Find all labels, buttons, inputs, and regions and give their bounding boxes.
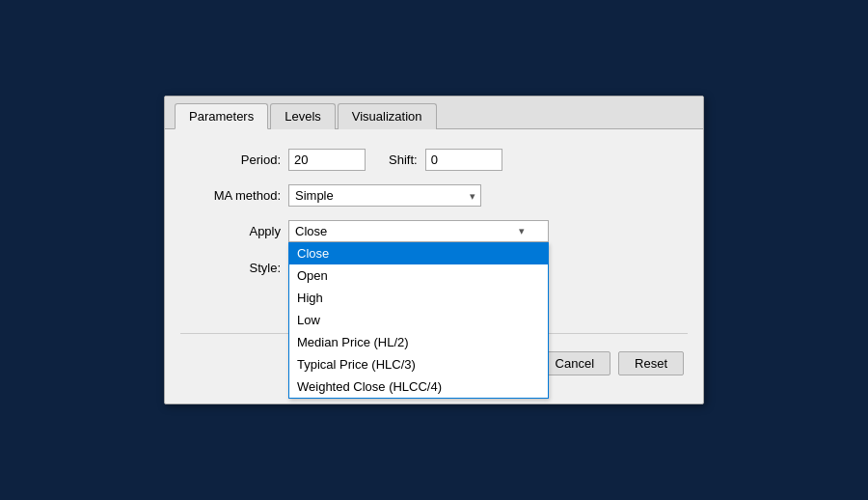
apply-option-low[interactable]: Low	[289, 309, 548, 331]
period-row: Period: Shift:	[184, 149, 684, 171]
apply-option-weighted[interactable]: Weighted Close (HLCC/4)	[289, 375, 548, 398]
ma-method-label: MA method:	[184, 188, 281, 203]
parameters-dialog: Parameters Levels Visualization Period: …	[164, 96, 704, 404]
apply-option-open[interactable]: Open	[289, 264, 548, 287]
apply-dropdown-chevron: ▾	[519, 225, 525, 237]
apply-option-median[interactable]: Median Price (HL/2)	[289, 331, 548, 353]
shift-label: Shift:	[389, 153, 418, 167]
parameters-content: Period: Shift: MA method: Simple Apply C…	[165, 129, 703, 325]
ma-method-select-wrapper: Simple	[288, 184, 481, 207]
period-label: Period:	[184, 153, 281, 167]
apply-option-close[interactable]: Close	[289, 242, 548, 264]
ma-method-select[interactable]: Simple	[288, 184, 481, 207]
apply-label: Apply	[184, 220, 281, 238]
style-label: Style:	[184, 261, 281, 275]
apply-dropdown-container: Close ▾ Close Open High Low Median Price…	[288, 220, 549, 242]
apply-row: Apply Close ▾ Close Open High Low Median…	[184, 220, 684, 242]
apply-dropdown-list: Close Open High Low Median Price (HL/2) …	[288, 242, 549, 399]
ma-method-row: MA method: Simple	[184, 184, 684, 207]
apply-selected-value: Close	[295, 224, 327, 238]
apply-option-high[interactable]: High	[289, 287, 548, 309]
tab-parameters[interactable]: Parameters	[175, 103, 268, 129]
tab-bar: Parameters Levels Visualization	[165, 97, 703, 129]
tab-levels[interactable]: Levels	[270, 103, 336, 129]
cancel-button[interactable]: Cancel	[539, 351, 610, 375]
apply-option-typical[interactable]: Typical Price (HLC/3)	[289, 353, 548, 375]
apply-dropdown-selected[interactable]: Close ▾	[288, 220, 549, 242]
period-input[interactable]	[288, 149, 366, 171]
shift-input[interactable]	[425, 149, 502, 171]
reset-button[interactable]: Reset	[618, 351, 684, 375]
tab-visualization[interactable]: Visualization	[338, 103, 437, 129]
